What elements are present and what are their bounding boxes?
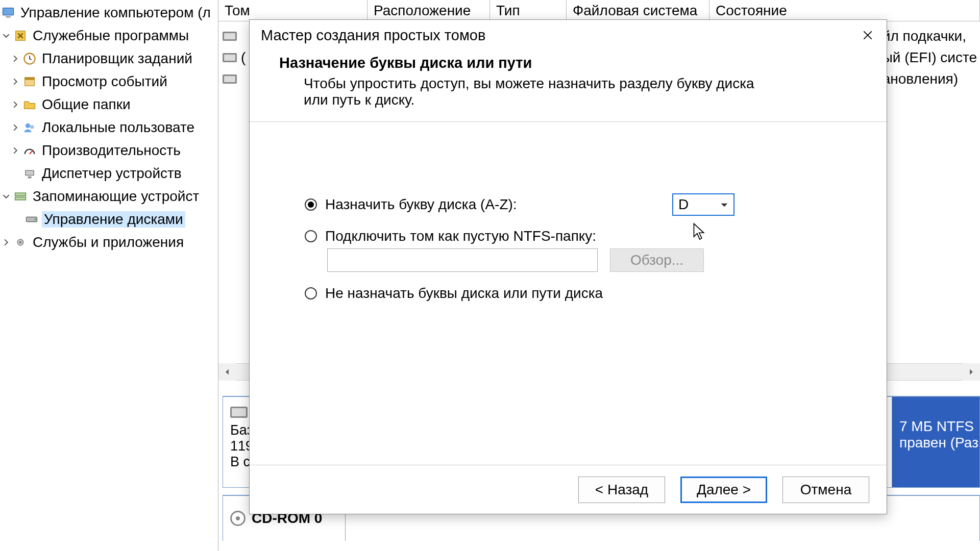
gear-icon bbox=[13, 235, 28, 249]
tree-item-localusers[interactable]: Локальные пользовате bbox=[0, 116, 218, 139]
tree-item-diskmgmt[interactable]: Управление дисками bbox=[0, 208, 218, 231]
partition-selected[interactable]: 7 МБ NTFS правен (Раз bbox=[892, 397, 979, 487]
partition-status: правен (Раз bbox=[899, 435, 972, 451]
dialog-heading: Назначение буквы диска или пути bbox=[279, 55, 857, 71]
close-icon bbox=[862, 30, 873, 41]
volume-row[interactable]: ( bbox=[223, 47, 246, 68]
tree-item-label: Общие папки bbox=[40, 96, 133, 113]
next-button[interactable]: Далее > bbox=[680, 477, 767, 503]
tree-services-label: Службы и приложения bbox=[31, 234, 186, 251]
tree-services[interactable]: Службы и приложения bbox=[0, 231, 218, 254]
svg-line-8 bbox=[30, 151, 33, 154]
button-label: Отмена bbox=[800, 482, 851, 498]
tree-item-label: Управление дисками bbox=[42, 211, 185, 228]
tree-utilities-label: Служебные программы bbox=[31, 28, 191, 44]
mount-folder-controls: Обзор... bbox=[327, 248, 857, 272]
col-label: Файловая система bbox=[573, 3, 697, 19]
tree-storage-label: Запоминающие устройст bbox=[31, 188, 201, 205]
chevron-down-icon bbox=[720, 196, 728, 213]
close-button[interactable] bbox=[854, 24, 881, 46]
scroll-left-button[interactable] bbox=[218, 363, 236, 381]
radio-selected-icon[interactable] bbox=[305, 198, 317, 211]
tree-item-label: Планировщик заданий bbox=[40, 51, 194, 67]
tree-item-scheduler[interactable]: Планировщик заданий bbox=[0, 47, 218, 70]
browse-button: Обзор... bbox=[610, 248, 704, 272]
option-no-letter[interactable]: Не назначать буквы диска или пути диска bbox=[305, 285, 857, 302]
users-icon bbox=[22, 120, 37, 135]
volume-row[interactable] bbox=[223, 68, 246, 90]
chevron-right-icon[interactable] bbox=[9, 147, 21, 154]
volume-table-header: Том Расположение Тип Файловая система Со… bbox=[218, 0, 980, 21]
nav-tree: Управление компьютером (л Служебные прог… bbox=[0, 0, 218, 551]
col-label: Состояние bbox=[716, 3, 787, 19]
svg-point-16 bbox=[19, 241, 21, 243]
tree-item-label: Просмотр событий bbox=[40, 73, 169, 90]
tree-item-sharedfolders[interactable]: Общие папки bbox=[0, 93, 218, 116]
radio-unselected-icon[interactable] bbox=[305, 230, 317, 242]
chevron-right-icon[interactable] bbox=[9, 78, 21, 85]
volume-row[interactable] bbox=[223, 26, 246, 47]
status-fragments: йл подкачки, ый (EFI) систе ановления) bbox=[883, 26, 977, 90]
option-label: Подключить том как пустую NTFS-папку: bbox=[325, 228, 596, 244]
svg-rect-12 bbox=[15, 197, 26, 200]
volume-icon bbox=[223, 53, 237, 62]
svg-rect-1 bbox=[6, 16, 10, 17]
hdd-icon bbox=[230, 407, 248, 418]
tree-item-eventviewer[interactable]: Просмотр событий bbox=[0, 70, 218, 93]
dialog-footer: < Назад Далее > Отмена bbox=[250, 465, 887, 514]
svg-point-7 bbox=[30, 125, 34, 129]
chevron-right-icon[interactable] bbox=[9, 55, 21, 62]
tree-item-label: Локальные пользовате bbox=[40, 119, 197, 136]
chevron-down-icon[interactable] bbox=[0, 193, 12, 200]
clock-icon bbox=[22, 52, 37, 66]
option-label: Назначить букву диска (A-Z): bbox=[325, 196, 517, 213]
chevron-right-icon[interactable] bbox=[9, 101, 21, 108]
svg-rect-11 bbox=[15, 193, 26, 196]
col-status[interactable]: Состояние bbox=[709, 0, 980, 21]
option-mount-folder[interactable]: Подключить том как пустую NTFS-папку: bbox=[305, 228, 857, 244]
chevron-right-icon[interactable] bbox=[0, 239, 12, 246]
col-label: Том bbox=[225, 3, 250, 19]
tree-root[interactable]: Управление компьютером (л bbox=[0, 1, 218, 24]
tree-item-performance[interactable]: Производительность bbox=[0, 139, 218, 162]
chevron-right-icon[interactable] bbox=[9, 124, 21, 131]
folder-share-icon bbox=[22, 97, 37, 112]
svg-point-14 bbox=[34, 218, 36, 220]
tools-icon bbox=[13, 29, 28, 43]
chevron-down-icon[interactable] bbox=[0, 32, 12, 39]
drive-letter-select[interactable]: D bbox=[672, 193, 734, 216]
back-button[interactable]: < Назад bbox=[578, 477, 665, 503]
button-label: Далее > bbox=[697, 482, 751, 498]
radio-unselected-icon[interactable] bbox=[305, 287, 317, 299]
dialog-header: Назначение буквы диска или пути Чтобы уп… bbox=[250, 51, 887, 122]
status-fragment: йл подкачки, bbox=[883, 26, 977, 47]
cancel-button[interactable]: Отмена bbox=[782, 477, 869, 503]
volume-rows-partial: ( bbox=[223, 26, 246, 90]
option-label: Не назначать буквы диска или пути диска bbox=[325, 285, 603, 302]
option-assign-letter[interactable]: Назначить букву диска (A-Z): D bbox=[305, 193, 857, 216]
content-area: Том Расположение Тип Файловая система Со… bbox=[218, 0, 980, 551]
volume-icon bbox=[223, 32, 237, 41]
browse-label: Обзор... bbox=[630, 252, 683, 268]
disk-icon bbox=[24, 212, 39, 227]
col-fs[interactable]: Файловая система bbox=[567, 0, 709, 21]
svg-rect-5 bbox=[25, 77, 35, 80]
partition-size: 7 МБ NTFS bbox=[899, 418, 972, 435]
col-type[interactable]: Тип bbox=[490, 0, 567, 21]
svg-rect-10 bbox=[28, 176, 32, 178]
volume-icon bbox=[223, 74, 237, 84]
scroll-right-button[interactable] bbox=[963, 363, 980, 381]
new-volume-wizard: Мастер создания простых томов Назначение… bbox=[249, 19, 887, 514]
drive-letter-value: D bbox=[678, 196, 689, 213]
device-icon bbox=[22, 166, 37, 181]
gauge-icon bbox=[22, 143, 37, 158]
tree-utilities[interactable]: Служебные программы bbox=[0, 24, 218, 47]
tree-storage[interactable]: Запоминающие устройст bbox=[0, 185, 218, 208]
button-label: < Назад bbox=[595, 482, 648, 498]
partition-line bbox=[899, 402, 972, 418]
dialog-titlebar[interactable]: Мастер создания простых томов bbox=[250, 20, 887, 51]
storage-icon bbox=[13, 189, 28, 204]
col-layout[interactable]: Расположение bbox=[368, 0, 490, 21]
tree-item-devicemgr[interactable]: Диспетчер устройств bbox=[0, 162, 218, 185]
col-volume[interactable]: Том bbox=[218, 0, 368, 21]
